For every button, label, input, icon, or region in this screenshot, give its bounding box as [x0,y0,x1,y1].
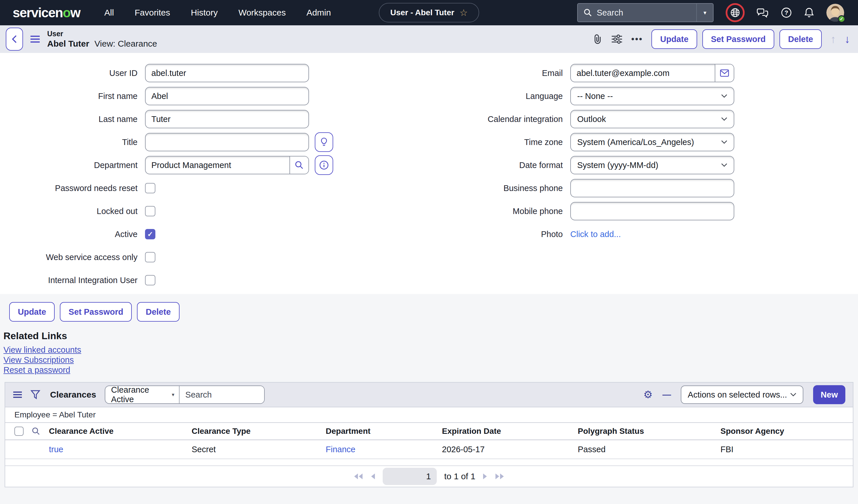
cell-clearance-active[interactable]: true [49,445,192,454]
delete-button-footer[interactable]: Delete [137,302,179,322]
mobile-phone-label: Mobile phone [429,207,570,216]
business-phone-input[interactable] [570,179,734,197]
pagination-range-text: to 1 of 1 [444,471,475,481]
table-header-row: Clearance Active Clearance Type Departme… [5,422,853,440]
title-suggestion-button[interactable] [315,132,333,152]
more-options-button[interactable]: ••• [631,34,643,44]
global-search-input[interactable]: Search ▾ [577,3,714,22]
update-set-scope-button[interactable] [726,3,745,22]
previous-record-button[interactable]: ↑ [830,34,836,45]
related-link-view-subscriptions[interactable]: View Subscriptions [3,355,74,365]
set-password-button-footer[interactable]: Set Password [60,302,132,322]
notifications-button[interactable] [804,7,814,18]
password-needs-reset-checkbox[interactable] [145,183,155,193]
search-dropdown-caret[interactable]: ▾ [697,9,713,16]
global-search-placeholder: Search [597,8,696,18]
related-link-view-linked-accounts[interactable]: View linked accounts [3,345,81,355]
update-button-footer[interactable]: Update [9,302,55,322]
list-search-field-select[interactable]: Clearance Active ▾ [105,386,179,403]
help-button[interactable]: ? [781,7,792,18]
delete-button-header[interactable]: Delete [779,29,822,49]
attachments-button[interactable] [593,34,603,45]
record-pill[interactable]: User - Abel Tuter ☆ [379,3,479,22]
field-row-photo: Photo Click to add... [429,223,857,246]
update-button-header[interactable]: Update [651,29,697,49]
column-header-sponsor-agency[interactable]: Sponsor Agency [720,427,853,436]
next-record-button[interactable]: ↓ [844,34,850,45]
column-header-polygraph-status[interactable]: Polygraph Status [578,427,720,436]
select-all-checkbox[interactable] [14,427,23,436]
actions-on-selected-rows-select[interactable]: Actions on selected rows... [681,386,803,404]
nav-admin[interactable]: Admin [306,8,331,18]
time-zone-select[interactable]: System (America/Los_Angeles) [570,133,734,151]
chevron-down-icon [721,117,727,121]
list-search-input[interactable] [179,386,264,403]
department-preview-button[interactable] [315,155,333,175]
email-input[interactable] [571,64,715,82]
column-header-expiration-date[interactable]: Expiration Date [442,427,578,436]
list-breadcrumb[interactable]: Employee = Abel Tuter [5,407,853,422]
language-label: Language [429,92,570,101]
related-link-reset-a-password[interactable]: Reset a password [3,365,70,375]
photo-label: Photo [429,230,570,239]
list-context-menu-button[interactable] [13,391,22,398]
department-input[interactable] [146,157,289,174]
new-button[interactable]: New [813,385,845,404]
list-header-bar: Clearances Clearance Active ▾ ⚙ — Action… [5,383,853,407]
last-page-button[interactable] [495,473,504,479]
language-select[interactable]: -- None -- [570,87,734,105]
user-id-input[interactable] [145,64,309,82]
servicenow-logo[interactable]: servicenow [13,5,80,20]
column-search-icon [32,427,40,436]
field-row-locked-out: Locked out [0,200,429,223]
web-service-access-checkbox[interactable] [145,252,155,262]
connect-chat-button[interactable] [757,7,769,18]
field-row-active: Active ✓ [0,223,429,246]
nav-all[interactable]: All [105,8,114,18]
mobile-phone-input[interactable] [570,202,734,221]
list-settings-button[interactable]: ⚙ [644,390,653,400]
active-checkbox[interactable]: ✓ [145,229,155,239]
date-format-select[interactable]: System (yyyy-MM-dd) [570,156,734,174]
send-email-button[interactable] [715,64,734,82]
set-password-button-header[interactable]: Set Password [702,29,774,49]
column-header-clearance-type[interactable]: Clearance Type [192,427,326,436]
help-icon: ? [781,7,792,18]
active-label: Active [0,230,145,239]
column-header-clearance-active[interactable]: Clearance Active [49,427,192,436]
favorite-star-icon[interactable]: ☆ [460,7,468,18]
calendar-integration-select[interactable]: Outlook [570,110,734,128]
page-number-input[interactable] [383,468,437,485]
field-row-web-service-access: Web service access only [0,246,429,269]
nav-history[interactable]: History [191,8,218,18]
actions-select-value: Actions on selected rows... [688,390,787,400]
cell-department[interactable]: Finance [326,445,442,454]
column-search-toggle[interactable] [32,427,49,436]
column-header-department[interactable]: Department [326,427,442,436]
locked-out-checkbox[interactable] [145,206,155,216]
time-zone-label: Time zone [429,137,570,147]
previous-page-button[interactable] [370,473,375,479]
next-page-button[interactable] [483,473,488,479]
department-lookup-button[interactable] [289,157,308,174]
chevron-down-icon [721,94,727,98]
nav-favorites[interactable]: Favorites [134,8,170,18]
first-page-button[interactable] [354,473,363,479]
personalize-form-button[interactable] [611,34,623,44]
form-context-menu-button[interactable] [31,36,40,43]
back-button[interactable] [6,28,23,51]
title-input[interactable] [145,133,309,151]
first-name-input[interactable] [145,87,309,105]
photo-add-link[interactable]: Click to add... [570,230,621,239]
list-search-group: Clearance Active ▾ [105,386,265,404]
internal-integration-user-checkbox[interactable] [145,275,155,286]
paperclip-icon [593,34,603,45]
nav-workspaces[interactable]: Workspaces [239,8,286,18]
last-name-input[interactable] [145,110,309,128]
list-collapse-button[interactable]: — [662,390,671,399]
sliders-icon [611,34,623,44]
list-filter-button[interactable] [31,390,40,400]
field-row-title: Title [0,131,429,153]
user-avatar[interactable]: ✓ [826,4,844,21]
field-row-user-id: User ID [0,62,429,85]
